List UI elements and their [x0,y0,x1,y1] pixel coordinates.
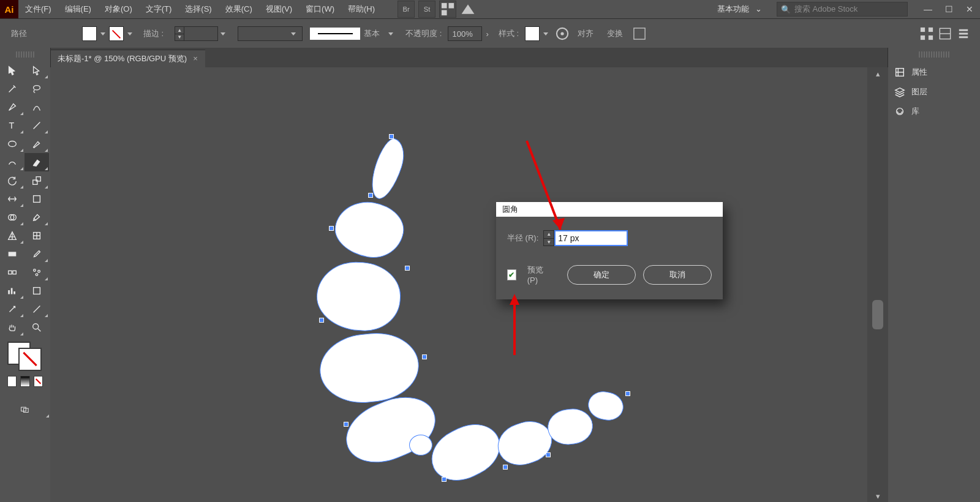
type-tool[interactable]: T [0,116,24,135]
slice-tool[interactable] [0,300,24,318]
gpu-icon[interactable] [460,1,476,17]
selected-artwork[interactable] [258,135,626,502]
stock-search[interactable]: 🔍 搜索 Adobe Stock [777,2,908,17]
symbol-sprayer-tool[interactable] [24,263,49,282]
brush-preview[interactable] [310,28,360,40]
screen-modes[interactable] [0,400,50,419]
libraries-label: 库 [911,106,919,117]
list-icon[interactable] [956,26,971,42]
blend-tool[interactable] [0,263,24,282]
menu-file[interactable]: 文件(F) [18,0,58,18]
stock-icon[interactable]: St [418,1,435,18]
opacity-value[interactable]: 100% [448,26,482,41]
paintbrush-tool[interactable] [24,135,49,153]
maximize-button[interactable]: ☐ [938,1,959,17]
fill-dropdown-icon[interactable] [100,32,105,36]
transform-panel-icon[interactable] [631,26,647,42]
transform-label[interactable]: 变换 [607,28,623,39]
lasso-tool[interactable] [24,80,49,98]
stroke-stepper[interactable]: ▲▼ [175,26,184,41]
isolate-icon[interactable] [919,26,935,42]
menu-help[interactable]: 帮助(H) [341,0,382,18]
align-label[interactable]: 对齐 [578,28,594,39]
menu-edit[interactable]: 编辑(E) [58,0,98,18]
free-transform-tool[interactable] [24,190,49,208]
radius-stepper[interactable]: ▲▼ [543,230,554,246]
document-tab[interactable]: 未标题-1* @ 150% (RGB/GPU 预览) × [50,50,205,67]
stroke-weight-value[interactable] [184,26,218,41]
layers-panel-tab[interactable]: 图层 [888,82,980,102]
live-paint-tool[interactable] [24,208,49,227]
perspective-tool[interactable] [0,227,24,245]
close-tab-icon[interactable]: × [193,50,198,67]
eraser-tool[interactable] [24,153,49,171]
eyedropper-tool[interactable] [24,245,49,263]
swatch-none[interactable] [34,376,43,387]
properties-panel-tab[interactable]: 属性 [888,62,980,82]
knife-tool-2[interactable] [24,300,49,318]
libraries-panel-tab[interactable]: 库 [888,102,980,121]
dialog-title[interactable]: 圆角 [496,202,723,217]
stroke-weight-dropdown-icon[interactable] [221,32,225,36]
scroll-thumb[interactable] [872,300,883,329]
scroll-up-icon[interactable]: ▴ [867,67,888,80]
canvas-vertical-scrollbar[interactable]: ▴ ▾ [867,67,888,502]
bridge-icon[interactable]: Br [398,1,415,18]
selection-tool[interactable] [0,61,24,80]
shape-builder-tool[interactable] [0,208,24,227]
preview-checkbox[interactable]: ✔ [507,269,516,280]
stroke-color[interactable] [18,348,42,371]
svg-rect-2 [442,10,447,15]
swatch-color[interactable] [7,376,17,387]
zoom-tool[interactable] [24,318,49,337]
menu-select[interactable]: 选择(S) [178,0,218,18]
stroke-swatch[interactable] [109,26,124,41]
magic-wand-tool[interactable] [0,80,24,98]
close-button[interactable]: ✕ [959,1,980,17]
pen-tool[interactable] [0,98,24,116]
fill-stroke-control[interactable] [7,342,42,371]
style-dropdown-icon[interactable] [543,32,548,36]
menu-window[interactable]: 窗口(W) [299,0,341,18]
ellipse-tool[interactable] [0,135,24,153]
shaper-tool[interactable] [0,153,24,171]
brush-dropdown-icon[interactable] [388,32,393,36]
workspace-switcher[interactable]: 基本功能 ⌄ [709,0,771,18]
edit-clip-icon[interactable] [937,26,953,42]
var-width-dropdown-icon[interactable] [291,32,296,36]
cancel-button[interactable]: 取消 [643,265,712,285]
recolor-icon[interactable] [554,26,570,42]
arrange-documents-icon[interactable] [439,1,456,18]
stroke-dropdown-icon[interactable] [127,32,132,36]
menu-object[interactable]: 对象(O) [98,0,139,18]
cancel-label: 取消 [669,269,685,280]
scroll-down-icon[interactable]: ▾ [867,490,888,502]
menu-effect[interactable]: 效果(C) [219,0,259,18]
menu-view[interactable]: 视图(V) [259,0,299,18]
style-swatch[interactable] [525,26,540,41]
toolbox-grip[interactable] [16,51,34,58]
right-panel-grip[interactable] [919,51,949,58]
fill-swatch[interactable] [82,26,97,41]
rotate-tool[interactable] [0,171,24,190]
stroke-weight-field[interactable]: ▲▼ [175,26,229,41]
menu-type[interactable]: 文字(T) [139,0,179,18]
gradient-tool[interactable] [0,245,24,263]
line-tool[interactable] [24,116,49,135]
direct-selection-tool[interactable] [24,61,49,80]
width-tool[interactable] [0,190,24,208]
scale-tool[interactable] [24,171,49,190]
canvas[interactable] [50,67,867,502]
column-graph-tool[interactable] [0,282,24,300]
minimize-button[interactable]: — [918,1,938,17]
opacity-popup-icon[interactable]: › [486,29,488,39]
mesh-tool[interactable] [24,227,49,245]
curvature-tool[interactable] [24,98,49,116]
swatch-gradient[interactable] [20,376,29,387]
radius-input[interactable]: 17 px [554,230,628,246]
var-width-profile[interactable] [238,26,303,41]
svg-text:T: T [9,121,15,130]
hand-tool[interactable] [0,318,24,337]
ok-button[interactable]: 确定 [567,265,636,285]
artboard-tool-2[interactable] [24,282,49,300]
